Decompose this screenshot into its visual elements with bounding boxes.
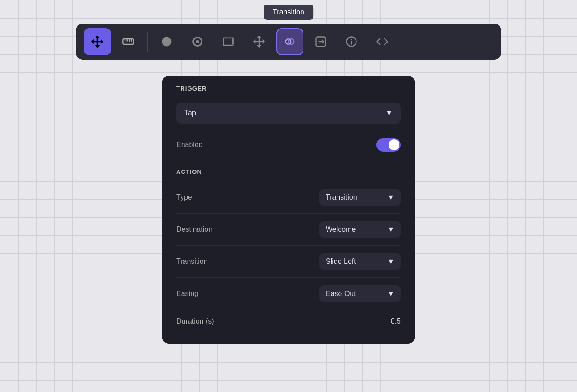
transition-tooltip: Transition (264, 5, 313, 20)
enabled-toggle[interactable] (376, 138, 401, 152)
destination-label: Destination (176, 225, 240, 234)
destination-arrow: ▼ (387, 225, 394, 234)
transition-label: Transition (176, 258, 240, 266)
action-section-header: ACTION (162, 159, 415, 182)
circle-outline-tool-button[interactable] (184, 28, 211, 55)
enabled-label: Enabled (176, 141, 203, 149)
duration-field-row: Duration (s) 0.5 (176, 310, 401, 333)
transition-tool-button[interactable] (276, 28, 303, 55)
svg-point-14 (351, 39, 351, 40)
duration-label: Duration (s) (176, 317, 240, 325)
type-value: Transition (326, 193, 357, 201)
svg-point-7 (196, 40, 199, 43)
type-label: Type (176, 193, 240, 201)
duration-value: 0.5 (391, 317, 401, 325)
transition-arrow: ▼ (387, 258, 394, 266)
transition-field-row: Transition Slide Left ▼ (176, 246, 401, 278)
action-rows: Type Transition ▼ Destination Welcome ▼ … (162, 182, 415, 333)
export-tool-button[interactable] (307, 28, 334, 55)
toggle-knob (389, 139, 399, 150)
rectangle-tool-button[interactable] (215, 28, 242, 55)
move-tool-button[interactable] (84, 28, 111, 55)
trigger-dropdown[interactable]: Tap ▼ (176, 103, 401, 124)
type-arrow: ▼ (387, 193, 394, 201)
properties-panel: TRIGGER Tap ▼ Enabled ACTION Type Transi… (162, 76, 415, 344)
pan-tool-button[interactable] (245, 28, 273, 55)
destination-field-row: Destination Welcome ▼ (176, 214, 401, 246)
trigger-section-header: TRIGGER (162, 76, 415, 98)
trigger-value: Tap (184, 109, 196, 117)
svg-rect-8 (224, 38, 233, 45)
easing-arrow: ▼ (387, 290, 394, 298)
ellipse-tool-button[interactable] (153, 28, 180, 55)
easing-field-row: Easing Ease Out ▼ (176, 278, 401, 310)
code-tool-button[interactable] (369, 28, 396, 55)
easing-label: Easing (176, 290, 240, 298)
transition-value: Slide Left (326, 258, 356, 266)
transition-dropdown[interactable]: Slide Left ▼ (319, 253, 401, 270)
type-dropdown[interactable]: Transition ▼ (319, 189, 401, 206)
easing-value: Ease Out (326, 290, 356, 298)
type-field-row: Type Transition ▼ (176, 182, 401, 214)
trigger-row: Tap ▼ (162, 98, 415, 134)
svg-point-5 (162, 37, 172, 47)
enabled-row: Enabled (162, 134, 415, 159)
destination-dropdown[interactable]: Welcome ▼ (319, 221, 401, 238)
info-tool-button[interactable] (338, 28, 365, 55)
toolbar-divider (147, 32, 148, 52)
easing-dropdown[interactable]: Ease Out ▼ (319, 285, 401, 302)
destination-value: Welcome (326, 225, 356, 234)
ruler-tool-button[interactable] (115, 28, 142, 55)
trigger-dropdown-arrow: ▼ (385, 109, 393, 117)
toolbar (76, 24, 501, 60)
